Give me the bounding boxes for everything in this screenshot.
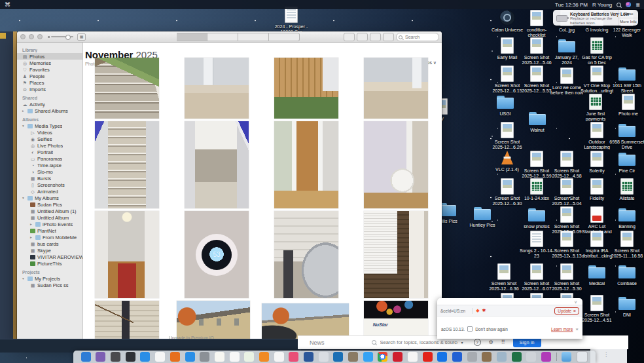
siri-icon[interactable] xyxy=(626,2,631,7)
notification-center-icon[interactable]: ≣ xyxy=(635,2,640,8)
app-store[interactable] xyxy=(185,352,195,362)
desktop-icon[interactable]: Banning xyxy=(609,206,644,229)
photo-thumbnail[interactable] xyxy=(185,121,249,208)
news-search-input[interactable] xyxy=(379,339,459,346)
chrome[interactable] xyxy=(378,352,387,362)
mission-control[interactable] xyxy=(126,352,135,362)
desktop-icon-prosper[interactable]: 2024 - Prosper - 10000 Gra xyxy=(274,7,309,34)
finder[interactable] xyxy=(81,352,91,362)
desktop-icon[interactable]: Walnut xyxy=(520,110,555,133)
launchpad[interactable] xyxy=(111,352,120,362)
close-button[interactable]: Close xyxy=(618,10,638,18)
help-icon[interactable]: ? xyxy=(474,339,481,346)
word[interactable] xyxy=(304,352,313,362)
notes[interactable] xyxy=(215,352,224,362)
messages[interactable] xyxy=(363,352,373,362)
image-viewer[interactable] xyxy=(526,352,536,362)
desktop-icon[interactable]: Screen Shot 2025-11...16.58 PM xyxy=(609,231,644,259)
photo-thumbnail[interactable] xyxy=(177,301,250,340)
desktop-icon[interactable]: Huntley Pics xyxy=(465,205,500,228)
photo-thumbnail[interactable] xyxy=(364,58,428,119)
photo-thumbnail[interactable] xyxy=(274,211,338,298)
photo-thumbnail[interactable] xyxy=(364,211,428,298)
apps-grid-icon[interactable]: ⠿ xyxy=(501,339,505,345)
file-icon xyxy=(609,206,644,223)
desktop-icon[interactable]: Photo me xyxy=(611,94,644,117)
address-bar[interactable]: &celd=US;en xyxy=(440,309,465,313)
blue-grid-app[interactable] xyxy=(452,352,462,362)
system-preferences[interactable] xyxy=(200,352,209,362)
desktop-icon[interactable]: June first payments xyxy=(578,94,613,121)
books[interactable] xyxy=(259,352,269,362)
file-icon xyxy=(609,122,644,139)
siri[interactable] xyxy=(96,352,105,362)
desktop-icon-label: Screen Shot 2025-12...6.26 PM xyxy=(490,140,525,150)
safari[interactable] xyxy=(140,352,150,362)
photo-thumbnail[interactable] xyxy=(274,58,338,119)
photo-thumbnail[interactable] xyxy=(95,121,159,208)
firefox[interactable] xyxy=(170,352,180,362)
purple-app[interactable] xyxy=(541,352,551,362)
update-button[interactable]: Update≡ xyxy=(554,307,579,315)
journal[interactable] xyxy=(482,352,492,362)
desktop-icon[interactable]: Gas for CA trip on 5 Dec 2024.xlsx xyxy=(579,37,615,66)
more-info-button[interactable]: More Info xyxy=(618,18,638,26)
brave[interactable] xyxy=(408,352,418,362)
1password[interactable] xyxy=(333,352,343,362)
wifi-tool[interactable] xyxy=(497,352,507,362)
desktop-icon[interactable]: USGI xyxy=(488,94,523,117)
news-search-field[interactable]: ▾ xyxy=(372,339,463,346)
wallet[interactable] xyxy=(348,352,358,362)
desktop-icon[interactable]: Screen Shot 2025-12...6.26 PM xyxy=(490,122,525,150)
photo-thumbnail[interactable] xyxy=(95,58,159,119)
reminders[interactable] xyxy=(230,352,240,362)
photo-thumbnail[interactable] xyxy=(274,121,338,208)
desktop-icon[interactable]: Pine Cir xyxy=(609,151,644,174)
photo-thumbnail[interactable]: 53 xyxy=(185,211,249,298)
desktop-icon[interactable]: Coinbase xyxy=(609,263,644,286)
photo-thumbnail[interactable] xyxy=(95,211,159,298)
preview[interactable] xyxy=(319,352,329,362)
overflow-dots-icon[interactable]: ⋮ xyxy=(603,352,609,358)
brave-shield-icon[interactable]: ◆ xyxy=(476,308,479,313)
desktop: Catan Universe condition-checklist CoL.j… xyxy=(0,0,644,363)
file-icon xyxy=(609,263,644,280)
xfinity[interactable] xyxy=(437,352,447,362)
desktop-icon[interactable]: 6958 Summerset Drive xyxy=(609,122,644,149)
google-news-logo[interactable]: News xyxy=(308,339,325,346)
chevron-down-icon[interactable]: ▾ xyxy=(461,340,463,345)
desktop-icon[interactable]: DNI xyxy=(609,295,644,318)
excel[interactable] xyxy=(512,352,522,362)
photo-thumbnail[interactable] xyxy=(95,301,159,340)
notification-message: Replace or recharge the batteries soon. xyxy=(570,16,618,26)
trash[interactable] xyxy=(577,351,588,362)
photo-thumbnail[interactable] xyxy=(185,58,249,119)
separator[interactable] xyxy=(556,353,557,361)
collapse-chevron-icon[interactable]: ∨ xyxy=(574,299,577,305)
downloads-folder[interactable] xyxy=(562,352,571,362)
photo-thumbnail[interactable] xyxy=(364,121,428,208)
learn-more-link[interactable]: Learn more xyxy=(551,327,573,332)
maps[interactable] xyxy=(244,352,254,362)
desktop-icon[interactable]: 1011 SW 15th Street xyxy=(609,66,644,93)
calendar[interactable] xyxy=(155,352,165,362)
dish-anywhere[interactable] xyxy=(393,352,402,362)
spotlight-icon[interactable] xyxy=(617,3,621,7)
extension-icon[interactable]: ✱ xyxy=(482,308,486,313)
itunes[interactable] xyxy=(289,352,298,362)
settings-gear-icon[interactable]: ⚙ xyxy=(489,339,493,345)
photo-thumbnail[interactable] xyxy=(262,303,349,340)
remote[interactable] xyxy=(467,352,477,362)
apple-menu-icon[interactable]: ⌘ xyxy=(5,1,10,8)
photos[interactable] xyxy=(274,352,284,362)
close-icon[interactable]: × xyxy=(575,326,579,332)
desktop-icon[interactable]: Allstate xyxy=(609,178,644,201)
file-icon xyxy=(609,178,644,195)
desktop-icon[interactable]: Screen Shot 2025-12...6.36 PM xyxy=(486,263,522,292)
dont-show-checkbox[interactable] xyxy=(467,326,473,332)
menu-clock[interactable]: Tue 12:36 PM xyxy=(555,2,588,8)
sign-in-button[interactable]: Sign in xyxy=(513,337,541,347)
photo-thumbnail[interactable]: NuStar xyxy=(364,301,428,340)
red-e-app[interactable] xyxy=(423,352,433,362)
menu-user[interactable]: R Young xyxy=(592,2,612,8)
